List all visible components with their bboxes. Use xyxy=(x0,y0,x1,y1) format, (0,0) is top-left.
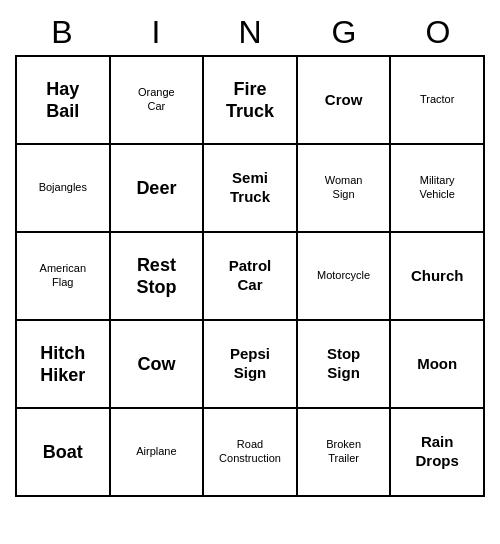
bingo-cell-0-3: Crow xyxy=(298,57,392,145)
cell-label: BrokenTrailer xyxy=(326,438,361,466)
bingo-cell-0-0: HayBail xyxy=(17,57,111,145)
bingo-cell-3-0: HitchHiker xyxy=(17,321,111,409)
cell-label: HitchHiker xyxy=(40,342,85,387)
cell-label: Motorcycle xyxy=(317,269,370,283)
header-letter: O xyxy=(391,10,485,55)
bingo-cell-2-4: Church xyxy=(391,233,485,321)
bingo-cell-1-0: Bojangles xyxy=(17,145,111,233)
cell-label: AmericanFlag xyxy=(40,262,86,290)
cell-label: WomanSign xyxy=(325,174,363,202)
bingo-cell-0-2: FireTruck xyxy=(204,57,298,145)
bingo-header: BINGO xyxy=(15,10,485,55)
bingo-cell-0-1: OrangeCar xyxy=(111,57,205,145)
cell-label: RainDrops xyxy=(416,433,459,471)
cell-label: Boat xyxy=(43,441,83,464)
bingo-cell-0-4: Tractor xyxy=(391,57,485,145)
cell-label: Cow xyxy=(137,353,175,376)
cell-label: PatrolCar xyxy=(229,257,272,295)
bingo-cell-2-1: RestStop xyxy=(111,233,205,321)
bingo-cell-3-3: StopSign xyxy=(298,321,392,409)
bingo-cell-4-3: BrokenTrailer xyxy=(298,409,392,497)
cell-label: SemiTruck xyxy=(230,169,270,207)
bingo-grid: HayBailOrangeCarFireTruckCrowTractorBoja… xyxy=(15,55,485,497)
cell-label: MilitaryVehicle xyxy=(419,174,454,202)
bingo-cell-2-3: Motorcycle xyxy=(298,233,392,321)
bingo-cell-2-2: PatrolCar xyxy=(204,233,298,321)
bingo-cell-1-3: WomanSign xyxy=(298,145,392,233)
bingo-cell-2-0: AmericanFlag xyxy=(17,233,111,321)
bingo-cell-3-2: PepsiSign xyxy=(204,321,298,409)
cell-label: StopSign xyxy=(327,345,360,383)
header-letter: G xyxy=(297,10,391,55)
cell-label: Moon xyxy=(417,355,457,374)
cell-label: PepsiSign xyxy=(230,345,270,383)
cell-label: Deer xyxy=(136,177,176,200)
cell-label: HayBail xyxy=(46,78,79,123)
cell-label: Airplane xyxy=(136,445,176,459)
bingo-cell-1-4: MilitaryVehicle xyxy=(391,145,485,233)
bingo-cell-1-1: Deer xyxy=(111,145,205,233)
cell-label: Bojangles xyxy=(39,181,87,195)
bingo-cell-1-2: SemiTruck xyxy=(204,145,298,233)
cell-label: Church xyxy=(411,267,464,286)
bingo-cell-3-4: Moon xyxy=(391,321,485,409)
bingo-cell-4-2: RoadConstruction xyxy=(204,409,298,497)
cell-label: RestStop xyxy=(136,254,176,299)
cell-label: Crow xyxy=(325,91,363,110)
cell-label: OrangeCar xyxy=(138,86,175,114)
header-letter: I xyxy=(109,10,203,55)
cell-label: RoadConstruction xyxy=(219,438,281,466)
header-letter: B xyxy=(15,10,109,55)
cell-label: Tractor xyxy=(420,93,454,107)
header-letter: N xyxy=(203,10,297,55)
bingo-cell-3-1: Cow xyxy=(111,321,205,409)
cell-label: FireTruck xyxy=(226,78,274,123)
bingo-cell-4-4: RainDrops xyxy=(391,409,485,497)
bingo-cell-4-1: Airplane xyxy=(111,409,205,497)
bingo-cell-4-0: Boat xyxy=(17,409,111,497)
